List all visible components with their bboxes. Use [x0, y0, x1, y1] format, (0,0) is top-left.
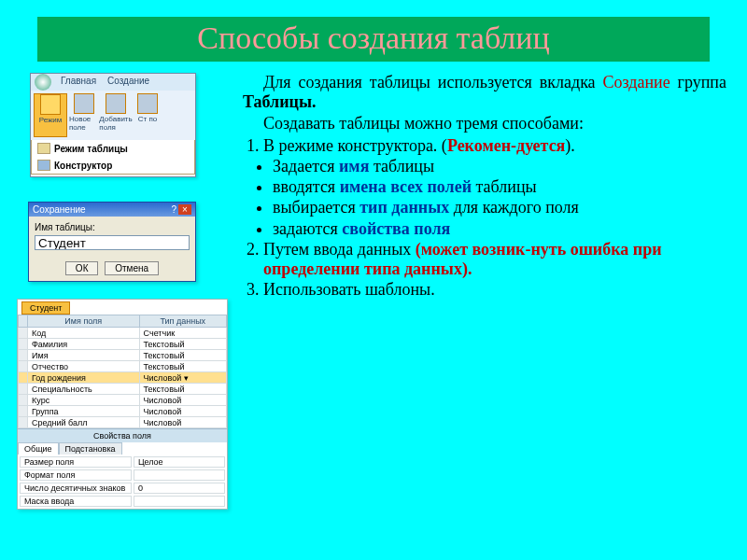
designview-screenshot: Студент Имя поляТип данных КодСчетчикФам…	[17, 299, 228, 510]
tab-lookup: Подстановка	[59, 442, 122, 455]
label-tablename: Имя таблицы:	[35, 222, 190, 232]
menu-design: Конструктор	[32, 157, 194, 174]
table-row: ИмяТекстовый	[19, 350, 227, 361]
tab-home: Главная	[55, 74, 102, 91]
ribbon-screenshot: Главная Создание Режим Новое поле Добави…	[30, 73, 196, 177]
method-3: Использовать шаблоны.	[263, 280, 726, 300]
ok-button: ОК	[65, 261, 99, 275]
menu-datasheet: Режим таблицы	[32, 140, 194, 157]
btn-view: Режим	[34, 93, 67, 137]
body-text: Для создания таблицы используется вкладк…	[243, 73, 726, 301]
table-row: ОтчествоТекстовый	[19, 361, 227, 372]
btn-newfield: Новое поле	[69, 93, 99, 137]
table-row: Средний баллЧисловой	[19, 417, 227, 428]
table-row: ФамилияТекстовый	[19, 339, 227, 350]
save-dialog: Сохранение ? × Имя таблицы: ОК Отмена	[28, 202, 196, 282]
table-row: Год рожденияЧисловой ▾	[19, 372, 227, 384]
btn-col: Ст по	[133, 93, 162, 137]
table-row: ГруппаЧисловой	[19, 406, 227, 417]
cancel-button: Отмена	[105, 261, 159, 275]
dialog-title: Сохранение	[33, 204, 86, 215]
tab-create: Создание	[102, 74, 155, 91]
btn-addfields: Добавить поля	[101, 93, 131, 137]
tab-general: Общие	[18, 442, 59, 455]
method-1: В режиме конструктора. (Рекомен-дуется).	[263, 136, 726, 156]
help-icon: ?	[171, 204, 176, 215]
input-tablename	[35, 235, 190, 250]
props-header: Свойства поля	[18, 428, 227, 442]
table-row: КурсЧисловой	[19, 395, 227, 406]
table-row: КодСчетчик	[19, 328, 227, 339]
table-row: СпециальностьТекстовый	[19, 384, 227, 395]
table-tab: Студент	[21, 301, 70, 315]
method-2: Путем ввода данных (может возник-нуть ош…	[263, 240, 726, 279]
slide-title: Способы создания таблиц	[37, 17, 710, 62]
close-icon: ×	[178, 204, 191, 215]
office-orb	[35, 74, 51, 91]
